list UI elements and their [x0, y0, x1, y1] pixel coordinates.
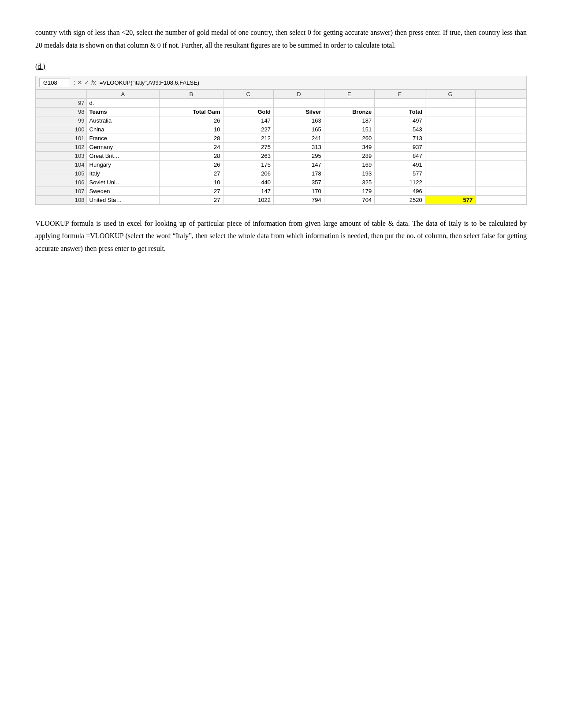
- table-cell: 26: [160, 116, 223, 125]
- table-cell: 212: [223, 134, 274, 142]
- row-header: 103: [36, 151, 87, 160]
- table-cell: 27: [160, 169, 223, 178]
- table-cell: 313: [274, 142, 324, 151]
- table-cell: [425, 151, 476, 160]
- row-header: 100: [36, 125, 87, 134]
- table-cell: Sweden: [86, 187, 160, 195]
- table-cell: 10: [160, 178, 223, 187]
- table-cell: [425, 142, 476, 151]
- col-header-a: A: [86, 90, 160, 98]
- table-cell: 170: [274, 187, 324, 195]
- col-header-f: F: [375, 90, 425, 98]
- table-cell: Bronze: [324, 107, 375, 116]
- table-cell: 263: [223, 151, 274, 160]
- row-header: 104: [36, 160, 87, 169]
- table-cell: [476, 178, 526, 187]
- col-header-e: E: [324, 90, 375, 98]
- table-cell: [274, 98, 324, 107]
- col-header-b: B: [160, 90, 223, 98]
- table-cell: 151: [324, 125, 375, 134]
- table-cell: 577: [425, 195, 476, 204]
- table-cell: [425, 125, 476, 134]
- col-header-d: D: [274, 90, 324, 98]
- formula-bar: G108 : ✕ ✓ fx =VLOOKUP("italy",A99:F108,…: [36, 76, 526, 90]
- table-cell: 2520: [375, 195, 425, 204]
- table-cell: [476, 98, 526, 107]
- table-cell: Hungary: [86, 160, 160, 169]
- table-cell: 260: [324, 134, 375, 142]
- table-cell: 169: [324, 160, 375, 169]
- table-cell: 1022: [223, 195, 274, 204]
- table-cell: [425, 187, 476, 195]
- spreadsheet-container: G108 : ✕ ✓ fx =VLOOKUP("italy",A99:F108,…: [35, 76, 527, 205]
- col-header-g: G: [425, 90, 476, 98]
- table-cell: 28: [160, 151, 223, 160]
- spreadsheet-table: A B C D E F G 97d.98TeamsTotal GamGoldSi…: [36, 90, 526, 205]
- table-cell: 227: [223, 125, 274, 134]
- formula-icons: : ✕ ✓ fx: [74, 79, 96, 86]
- table-cell: France: [86, 134, 160, 142]
- table-cell: [425, 134, 476, 142]
- table-cell: 577: [375, 169, 425, 178]
- table-cell: [425, 98, 476, 107]
- table-cell: Great Brit…: [86, 151, 160, 160]
- col-header-c: C: [223, 90, 274, 98]
- table-cell: 147: [223, 116, 274, 125]
- table-cell: [425, 116, 476, 125]
- table-cell: d.: [86, 98, 160, 107]
- table-cell: 175: [223, 160, 274, 169]
- table-cell: 187: [324, 116, 375, 125]
- table-cell: 26: [160, 160, 223, 169]
- row-header: 105: [36, 169, 87, 178]
- colon-icon: :: [74, 79, 75, 86]
- table-cell: 178: [274, 169, 324, 178]
- table-cell: 357: [274, 178, 324, 187]
- table-cell: 440: [223, 178, 274, 187]
- table-cell: [476, 169, 526, 178]
- table-cell: United Sta…: [86, 195, 160, 204]
- table-cell: Total Gam: [160, 107, 223, 116]
- fx-icon: fx: [91, 79, 96, 86]
- col-header-h: [476, 90, 526, 98]
- table-cell: 179: [324, 187, 375, 195]
- table-cell: [476, 187, 526, 195]
- table-cell: 1122: [375, 178, 425, 187]
- close-icon: ✕: [77, 79, 82, 86]
- table-cell: 28: [160, 134, 223, 142]
- table-cell: 497: [375, 116, 425, 125]
- table-cell: 491: [375, 160, 425, 169]
- table-cell: China: [86, 125, 160, 134]
- table-cell: 163: [274, 116, 324, 125]
- table-cell: 24: [160, 142, 223, 151]
- table-cell: [476, 151, 526, 160]
- table-cell: [425, 178, 476, 187]
- table-cell: 543: [375, 125, 425, 134]
- table-cell: 704: [324, 195, 375, 204]
- table-cell: [160, 98, 223, 107]
- table-cell: Teams: [86, 107, 160, 116]
- formula-content: =VLOOKUP("italy",A99:F108,6,FALSE): [100, 79, 523, 86]
- table-cell: 325: [324, 178, 375, 187]
- table-cell: [476, 116, 526, 125]
- table-cell: Germany: [86, 142, 160, 151]
- table-cell: 147: [223, 187, 274, 195]
- table-cell: 275: [223, 142, 274, 151]
- table-cell: 349: [324, 142, 375, 151]
- cell-reference: G108: [39, 78, 70, 87]
- table-cell: 937: [375, 142, 425, 151]
- row-header: 106: [36, 178, 87, 187]
- table-cell: [425, 107, 476, 116]
- section-label: (d.): [35, 63, 527, 71]
- row-header: 102: [36, 142, 87, 151]
- table-cell: 295: [274, 151, 324, 160]
- table-cell: Australia: [86, 116, 160, 125]
- table-cell: [476, 160, 526, 169]
- row-header: 108: [36, 195, 87, 204]
- table-cell: [425, 160, 476, 169]
- row-header: 107: [36, 187, 87, 195]
- table-cell: 713: [375, 134, 425, 142]
- check-icon: ✓: [84, 79, 89, 86]
- table-cell: 794: [274, 195, 324, 204]
- intro-paragraph: country with sign of less than <20, sele…: [35, 26, 527, 52]
- table-cell: 27: [160, 187, 223, 195]
